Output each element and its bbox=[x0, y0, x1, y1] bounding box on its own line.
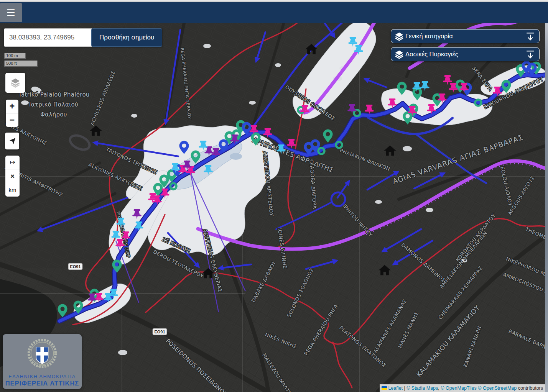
coordinate-toolbar: Προσθήκη σημείου bbox=[4, 28, 162, 47]
layers-icon bbox=[10, 77, 21, 89]
app-window: ☰ bbox=[0, 0, 548, 392]
road-badge-eo91-b: EO91 bbox=[153, 328, 167, 335]
road-badge-eo91-a: EO91 bbox=[68, 263, 82, 270]
stadia-maps-link[interactable]: © Stadia Maps bbox=[406, 385, 438, 391]
logo-text-line2: ΠΕΡΙΦΕΡΕΙΑ ΑΤΤΙΚΗΣ bbox=[3, 380, 82, 387]
logo-text-line1: ΕΛΛΗΝΙΚΗ ΔΗΜΟΚΡΑΤΙΑ bbox=[3, 374, 82, 379]
measure-start-button[interactable]: ↦ bbox=[5, 156, 20, 169]
hamburger-menu-button[interactable]: ☰ bbox=[0, 3, 22, 22]
zoom-out-button[interactable]: − bbox=[6, 113, 18, 127]
leaflet-link[interactable]: Leaflet bbox=[388, 385, 403, 391]
zoom-control: + − bbox=[6, 100, 18, 127]
layers-icon bbox=[394, 31, 404, 41]
dropdown-general-category[interactable]: Γενική κατηγορία bbox=[391, 29, 540, 43]
navigation-arrow-icon bbox=[8, 136, 17, 146]
attribution-contributors: contributors bbox=[518, 385, 543, 391]
dropdown-label: Δασικές Πυρκαγιές bbox=[405, 51, 525, 58]
layers-icon bbox=[394, 49, 404, 59]
openmaptiles-link[interactable]: © OpenMapTiles bbox=[441, 385, 477, 391]
svg-text:Iatrikó Palaioú Phalérou: Iatrikó Palaioú Phalérou bbox=[19, 91, 89, 98]
dropdown-label: Γενική κατηγορία bbox=[405, 33, 525, 40]
svg-text:EO91: EO91 bbox=[154, 330, 165, 334]
region-logo-card: ΕΛΛΗΝΙΚΗ ΔΗΜΟΚΡΑΤΙΑ ΠΕΡΙΦΕΡΕΙΑ ΑΤΤΙΚΗΣ bbox=[3, 334, 82, 389]
map-container[interactable]: Iatrikó Palaioú Phalérou Ιατρικό Παλαιού… bbox=[0, 23, 548, 392]
svg-text:EO91: EO91 bbox=[70, 264, 81, 269]
map-canvas[interactable]: Iatrikó Palaioú Phalérou Ιατρικό Παλαιού… bbox=[0, 23, 548, 392]
svg-text:Φαλήρου: Φαλήρου bbox=[40, 111, 67, 118]
openstreetmap-link[interactable]: © OpenStreetMap bbox=[478, 385, 517, 391]
zoom-in-button[interactable]: + bbox=[6, 100, 18, 113]
expand-download-arrow-icon[interactable] bbox=[525, 49, 535, 59]
expand-download-arrow-icon[interactable] bbox=[525, 31, 535, 41]
add-point-button[interactable]: Προσθήκη σημείου bbox=[91, 28, 162, 47]
dropdown-forest-fires[interactable]: Δασικές Πυρκαγιές bbox=[391, 47, 540, 61]
map-edge-scroll-strip[interactable] bbox=[545, 23, 548, 392]
greek-republic-emblem bbox=[25, 336, 60, 372]
ukraine-flag-icon bbox=[382, 386, 387, 390]
map-attribution: Leaflet | © Stadia Maps, © OpenMapTiles … bbox=[380, 384, 545, 392]
attribution-comma: , bbox=[438, 385, 439, 391]
svg-text:Ιατρικό Παλαιού: Ιατρικό Παλαιού bbox=[29, 101, 78, 108]
locate-control-button[interactable] bbox=[5, 133, 19, 149]
scalebar-imperial: 500 ft bbox=[4, 61, 38, 67]
coordinates-input[interactable] bbox=[4, 28, 92, 47]
attribution-divider: | bbox=[404, 385, 405, 391]
scalebar-metric: 100 m bbox=[4, 53, 26, 59]
measure-unit-button[interactable]: km bbox=[5, 183, 20, 197]
header-bar: ☰ bbox=[0, 2, 548, 23]
measure-clear-button[interactable]: × bbox=[5, 169, 20, 183]
layers-control-button[interactable] bbox=[5, 73, 25, 93]
measure-control: ↦ × km bbox=[5, 156, 20, 197]
